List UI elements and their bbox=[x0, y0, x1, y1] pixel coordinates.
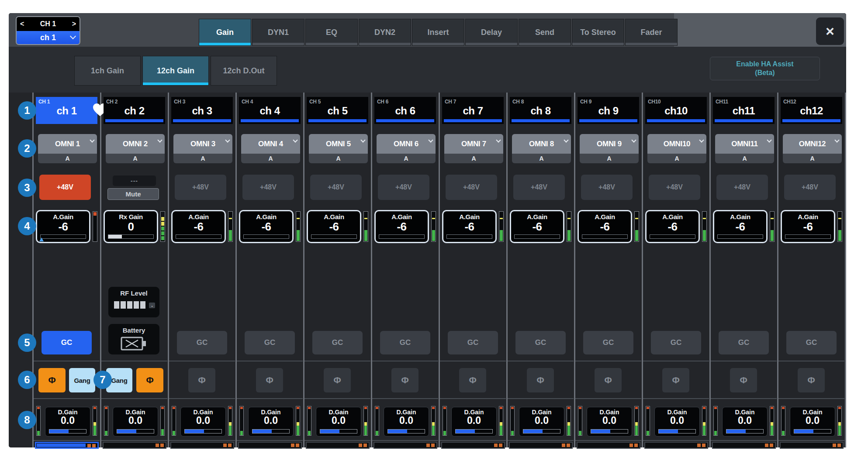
patch-ab-selector[interactable]: A bbox=[647, 154, 706, 163]
phase-button[interactable]: Φ bbox=[730, 368, 757, 392]
fader-row-partial[interactable] bbox=[170, 442, 234, 449]
input-patch-selector[interactable]: OMNI10A bbox=[647, 134, 706, 163]
analog-gain-knob[interactable]: A.Gain-6 bbox=[307, 210, 361, 243]
phase-button[interactable]: Φ bbox=[527, 368, 554, 392]
phase-button[interactable]: Φ bbox=[256, 368, 283, 392]
channel-name-box[interactable]: CH 4ch 4 bbox=[239, 97, 301, 124]
patch-ab-selector[interactable]: A bbox=[38, 154, 97, 163]
digital-gain-knob[interactable]: D.Gain0.0 bbox=[451, 407, 497, 437]
digital-gain-knob[interactable]: D.Gain0.0 bbox=[180, 407, 226, 437]
digital-gain-knob[interactable]: D.Gain0.0 bbox=[248, 407, 294, 437]
patch-ab-selector[interactable]: A bbox=[309, 154, 368, 163]
gain-compensation-button[interactable]: GC bbox=[41, 331, 92, 354]
fader-row-partial[interactable] bbox=[780, 442, 844, 449]
patch-port-button[interactable]: OMNI 8 bbox=[512, 134, 571, 154]
channel-name-box[interactable]: CH11ch11 bbox=[713, 97, 775, 124]
tab-fader[interactable]: Fader bbox=[625, 19, 678, 46]
digital-gain-knob[interactable]: D.Gain0.0 bbox=[722, 407, 768, 437]
input-patch-selector[interactable]: OMNI11A bbox=[715, 134, 774, 163]
analog-gain-knob[interactable]: A.Gain-6 bbox=[36, 210, 90, 243]
patch-ab-selector[interactable]: A bbox=[783, 154, 842, 163]
fader-row-partial[interactable] bbox=[441, 442, 505, 449]
phantom-48v-button[interactable]: +48V bbox=[39, 175, 91, 200]
digital-gain-knob[interactable]: D.Gain0.0 bbox=[316, 407, 361, 437]
gain-compensation-button[interactable]: GC bbox=[719, 331, 769, 354]
analog-gain-knob[interactable]: A.Gain-6 bbox=[645, 210, 700, 243]
gain-compensation-button[interactable]: GC bbox=[786, 331, 837, 354]
fader-row-partial[interactable] bbox=[306, 442, 370, 449]
channel-name-box[interactable]: CH 6ch 6 bbox=[374, 97, 436, 124]
analog-gain-knob[interactable]: Rx Gain0 bbox=[104, 210, 158, 243]
gain-compensation-button[interactable]: GC bbox=[245, 331, 295, 354]
phase-button[interactable]: Φ bbox=[188, 368, 215, 392]
tab-dyn1[interactable]: DYN1 bbox=[252, 19, 304, 46]
close-button[interactable]: × bbox=[816, 17, 844, 45]
channel-name-box[interactable]: CH 9ch 9 bbox=[578, 97, 639, 124]
channel-name-box[interactable]: CH 8ch 8 bbox=[510, 97, 571, 124]
patch-ab-selector[interactable]: A bbox=[444, 154, 503, 163]
channel-name-box[interactable]: CH 2ch 2 bbox=[104, 97, 165, 124]
digital-gain-knob[interactable]: D.Gain0.0 bbox=[384, 407, 429, 437]
patch-ab-selector[interactable]: A bbox=[512, 154, 571, 163]
input-patch-selector[interactable]: OMNI 9A bbox=[580, 134, 639, 163]
patch-port-button[interactable]: OMNI10 bbox=[647, 134, 706, 154]
patch-port-button[interactable]: OMNI 3 bbox=[173, 134, 232, 154]
fader-row-partial[interactable] bbox=[373, 442, 437, 449]
patch-ab-selector[interactable]: A bbox=[715, 154, 774, 163]
tab-dyn2[interactable]: DYN2 bbox=[359, 19, 411, 46]
channel-name-box[interactable]: CH 1ch 1 bbox=[36, 97, 97, 124]
patch-port-button[interactable]: OMNI12 bbox=[783, 134, 842, 154]
patch-ab-selector[interactable]: A bbox=[580, 154, 639, 163]
phase-button[interactable]: Φ bbox=[459, 368, 486, 392]
phantom-48v-button[interactable]: +48V bbox=[581, 175, 633, 200]
tab-gain[interactable]: Gain bbox=[199, 19, 251, 46]
input-patch-selector[interactable]: OMNI 8A bbox=[512, 134, 571, 163]
digital-gain-knob[interactable]: D.Gain0.0 bbox=[519, 407, 564, 437]
phantom-48v-button[interactable]: +48V bbox=[242, 175, 294, 200]
input-patch-selector[interactable]: OMNI 3A bbox=[173, 134, 232, 163]
phantom-48v-button[interactable]: +48V bbox=[175, 175, 226, 200]
patch-port-button[interactable]: OMNI 2 bbox=[106, 134, 165, 154]
patch-port-button[interactable]: OMNI 6 bbox=[377, 134, 436, 154]
input-patch-selector[interactable]: OMNI 4A bbox=[241, 134, 300, 163]
tab-eq[interactable]: EQ bbox=[305, 19, 358, 46]
gain-compensation-button[interactable]: GC bbox=[380, 331, 430, 354]
phase-button[interactable]: Φ bbox=[595, 368, 622, 392]
input-patch-selector[interactable]: OMNI12A bbox=[783, 134, 842, 163]
fader-row-partial[interactable] bbox=[35, 442, 99, 449]
fader-row-partial[interactable] bbox=[238, 442, 302, 449]
analog-gain-knob[interactable]: A.Gain-6 bbox=[239, 210, 294, 243]
channel-prev-icon[interactable]: < bbox=[20, 20, 24, 28]
input-patch-selector[interactable]: OMNI 6A bbox=[377, 134, 436, 163]
digital-gain-knob[interactable]: D.Gain0.0 bbox=[45, 407, 90, 437]
gain-compensation-button[interactable]: GC bbox=[515, 331, 566, 354]
wireless-status-display[interactable]: --- bbox=[113, 175, 156, 186]
input-patch-selector[interactable]: OMNI 7A bbox=[444, 134, 503, 163]
channel-name-box[interactable]: CH 5ch 5 bbox=[307, 97, 368, 124]
phantom-48v-button[interactable]: +48V bbox=[310, 175, 362, 200]
tab-send[interactable]: Send bbox=[519, 19, 571, 46]
channel-next-icon[interactable]: > bbox=[72, 20, 76, 28]
channel-selector[interactable]: < CH 1 > ch 1 bbox=[16, 16, 80, 45]
gain-compensation-button[interactable]: GC bbox=[448, 331, 498, 354]
tab-delay[interactable]: Delay bbox=[465, 19, 518, 46]
analog-gain-knob[interactable]: A.Gain-6 bbox=[578, 210, 632, 243]
patch-port-button[interactable]: OMNI 4 bbox=[241, 134, 300, 154]
gain-compensation-button[interactable]: GC bbox=[651, 331, 701, 354]
digital-gain-knob[interactable]: D.Gain0.0 bbox=[654, 407, 700, 437]
fader-row-partial[interactable] bbox=[509, 442, 573, 449]
patch-ab-selector[interactable]: A bbox=[377, 154, 436, 163]
phase-button[interactable]: Φ bbox=[798, 368, 825, 392]
phantom-48v-button[interactable]: +48V bbox=[446, 175, 497, 200]
patch-port-button[interactable]: OMNI11 bbox=[715, 134, 774, 154]
analog-gain-knob[interactable]: A.Gain-6 bbox=[510, 210, 564, 243]
phase-button[interactable]: Φ bbox=[391, 368, 418, 392]
patch-port-button[interactable]: OMNI 7 bbox=[444, 134, 503, 154]
patch-port-button[interactable]: OMNI 5 bbox=[309, 134, 368, 154]
patch-ab-selector[interactable]: A bbox=[106, 154, 165, 163]
fader-row-partial[interactable] bbox=[712, 442, 776, 449]
phase-button[interactable]: Φ bbox=[136, 368, 163, 392]
channel-name-box[interactable]: CH10ch10 bbox=[645, 97, 707, 124]
analog-gain-knob[interactable]: A.Gain-6 bbox=[781, 210, 835, 243]
gain-compensation-button[interactable]: GC bbox=[583, 331, 633, 354]
